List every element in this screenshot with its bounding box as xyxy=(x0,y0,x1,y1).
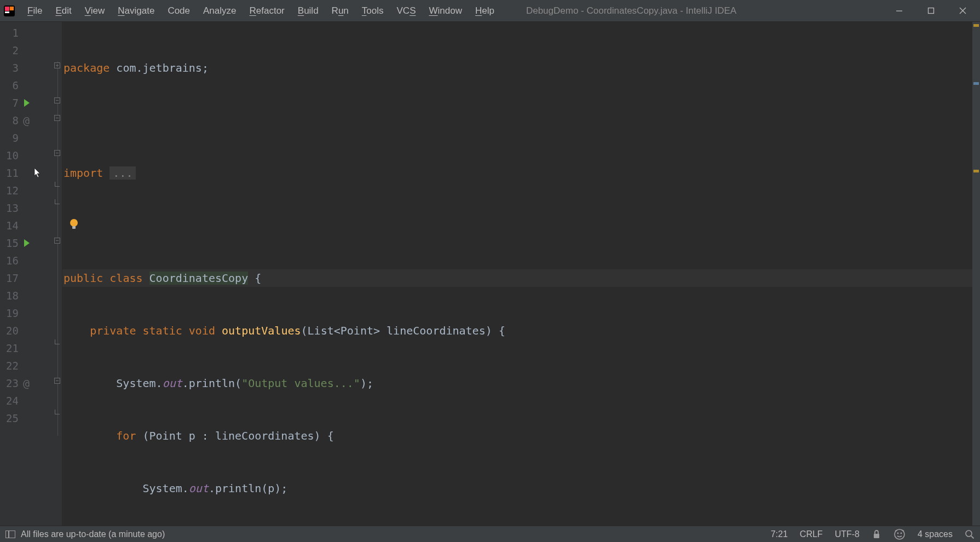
override-gutter-icon[interactable]: @ xyxy=(23,374,30,392)
svg-point-14 xyxy=(966,531,972,537)
line-number[interactable]: 9 xyxy=(0,129,22,147)
line-separator[interactable]: CRLF xyxy=(800,529,823,539)
app-icon xyxy=(3,5,15,17)
indent-setting[interactable]: 4 spaces xyxy=(918,529,953,539)
menu-run[interactable]: Run xyxy=(326,3,354,19)
line-number[interactable]: 1 xyxy=(0,24,22,42)
fold-toggle-icon[interactable] xyxy=(54,115,60,121)
menu-file[interactable]: File xyxy=(22,3,48,19)
menu-refactor[interactable]: Refactor xyxy=(244,3,290,19)
gutter[interactable]: 1 2 3 6 7 8@ 9 10 11 12 13 14 15 16 17 1… xyxy=(0,22,53,533)
svg-line-15 xyxy=(971,536,974,539)
line-number[interactable]: 10 xyxy=(0,147,22,164)
fold-toggle-icon[interactable] xyxy=(54,97,60,103)
svg-rect-3 xyxy=(10,7,14,10)
folded-region[interactable]: ... xyxy=(109,166,136,180)
fold-end-icon xyxy=(55,199,60,204)
fold-end-icon xyxy=(55,182,60,187)
svg-point-8 xyxy=(70,219,78,227)
line-number[interactable]: 24 xyxy=(0,392,22,410)
menu-code[interactable]: Code xyxy=(162,3,195,19)
line-number[interactable]: 2 xyxy=(0,42,22,59)
line-number[interactable]: 6 xyxy=(0,77,22,94)
file-encoding[interactable]: UTF-8 xyxy=(835,529,860,539)
minimize-button[interactable] xyxy=(892,4,906,18)
fold-end-icon xyxy=(55,339,60,344)
caret-position[interactable]: 7:21 xyxy=(771,529,788,539)
status-bar: All files are up-to-date (a minute ago) … xyxy=(0,526,980,542)
menu-edit[interactable]: Edit xyxy=(50,3,77,19)
overview-ruler[interactable] xyxy=(972,22,980,533)
line-number[interactable]: 16 xyxy=(0,252,22,269)
title-bar: File Edit View Navigate Code Analyze Ref… xyxy=(0,0,980,22)
line-number[interactable]: 17 xyxy=(0,269,22,287)
svg-rect-2 xyxy=(5,11,9,13)
memory-indicator-icon[interactable] xyxy=(965,529,975,539)
fold-toggle-icon[interactable] xyxy=(54,150,60,156)
fold-toggle-icon[interactable] xyxy=(54,378,60,384)
intention-bulb-icon[interactable] xyxy=(69,218,79,230)
inspection-profile-icon[interactable] xyxy=(893,528,906,540)
line-number[interactable]: 7 xyxy=(0,94,22,112)
status-message: All files are up-to-date (a minute ago) xyxy=(21,529,165,539)
line-number[interactable]: 11 xyxy=(0,164,22,182)
line-number[interactable]: 22 xyxy=(0,357,22,374)
ruler-warning-icon[interactable] xyxy=(973,24,979,27)
line-number[interactable]: 13 xyxy=(0,199,22,217)
menu-build[interactable]: Build xyxy=(292,3,324,19)
line-number[interactable]: 3 xyxy=(0,59,22,77)
svg-rect-10 xyxy=(874,534,879,538)
line-number[interactable]: 15 xyxy=(0,234,22,252)
run-gutter-icon[interactable] xyxy=(24,99,30,107)
line-number[interactable]: 21 xyxy=(0,339,22,357)
window-title: DebugDemo - CoordinatesCopy.java - Intel… xyxy=(526,5,736,16)
menu-bar: File Edit View Navigate Code Analyze Ref… xyxy=(22,3,500,19)
tool-window-toggle-icon[interactable] xyxy=(5,531,15,538)
menu-tools[interactable]: Tools xyxy=(356,3,389,19)
fold-toggle-icon[interactable] xyxy=(54,62,60,68)
line-number[interactable]: 12 xyxy=(0,182,22,199)
close-button[interactable] xyxy=(956,4,969,18)
readonly-lock-icon[interactable] xyxy=(872,529,881,539)
code-area[interactable]: package com.jetbrains; import ... public… xyxy=(62,22,980,533)
line-number[interactable]: 25 xyxy=(0,410,22,427)
svg-point-13 xyxy=(901,532,902,534)
line-number[interactable]: 23 xyxy=(0,374,22,392)
ruler-caret-icon xyxy=(973,82,979,85)
fold-column[interactable] xyxy=(53,22,62,533)
line-number[interactable]: 8 xyxy=(0,112,22,129)
menu-analyze[interactable]: Analyze xyxy=(198,3,241,19)
menu-window[interactable]: Window xyxy=(423,3,467,19)
line-number[interactable]: 20 xyxy=(0,322,22,339)
line-number[interactable]: 18 xyxy=(0,287,22,304)
menu-view[interactable]: View xyxy=(79,3,111,19)
svg-point-12 xyxy=(897,532,899,534)
line-number[interactable]: 14 xyxy=(0,217,22,234)
fold-end-icon xyxy=(55,410,60,414)
svg-rect-1 xyxy=(5,7,9,11)
line-number[interactable]: 19 xyxy=(0,304,22,322)
menu-help[interactable]: Help xyxy=(470,3,500,19)
svg-rect-9 xyxy=(72,226,76,229)
fold-toggle-icon[interactable] xyxy=(54,238,60,244)
override-gutter-icon[interactable]: @ xyxy=(23,112,30,129)
menu-vcs[interactable]: VCS xyxy=(391,3,422,19)
svg-rect-5 xyxy=(928,8,933,14)
menu-navigate[interactable]: Navigate xyxy=(112,3,160,19)
maximize-button[interactable] xyxy=(924,4,937,18)
editor[interactable]: 1 2 3 6 7 8@ 9 10 11 12 13 14 15 16 17 1… xyxy=(0,22,980,533)
run-gutter-icon[interactable] xyxy=(24,239,30,247)
ruler-warning-icon[interactable] xyxy=(973,170,979,172)
